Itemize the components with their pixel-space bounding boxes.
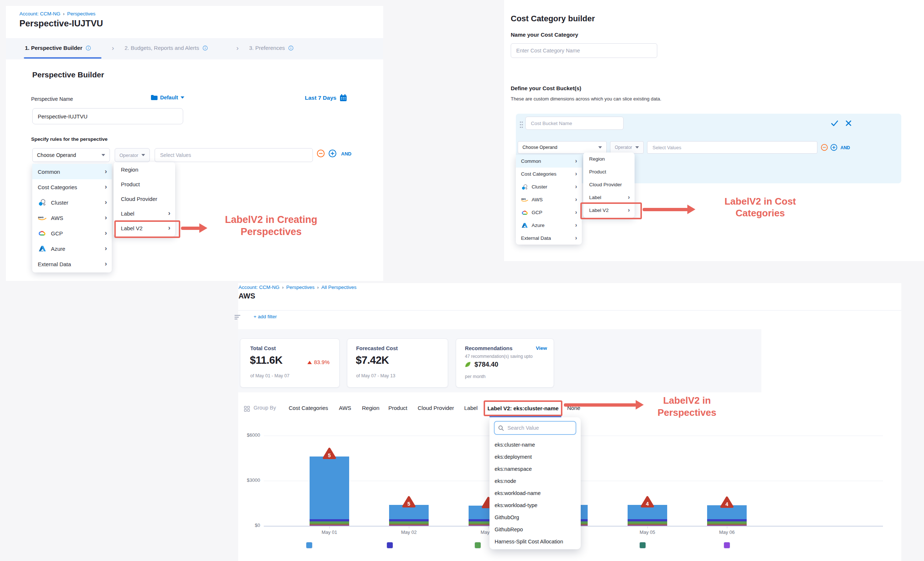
menu-item-cost-categories[interactable]: Cost Categories› [516, 168, 582, 180]
menu-item-gcp[interactable]: GCP› [516, 206, 582, 219]
bar-segment[interactable] [310, 523, 349, 525]
submenu-item-cloud-provider[interactable]: Cloud Provider [114, 191, 175, 206]
bar-segment[interactable] [628, 523, 667, 525]
menu-item-common[interactable]: Common› [516, 155, 582, 168]
x-axis-tick [329, 526, 330, 528]
annotation-text: LabelV2 in Cost Categories [707, 196, 813, 219]
labelv2-highlight-box [114, 220, 180, 238]
annotation-line: Categories [707, 207, 813, 219]
menu-item-label: Azure [51, 246, 65, 252]
chevron-right-icon: › [105, 199, 107, 205]
legend-swatch[interactable] [306, 542, 312, 549]
menu-item-azure[interactable]: Azure› [516, 219, 582, 232]
bar-segment[interactable] [707, 523, 747, 525]
annotation-line: LabelV2 in Creating [205, 214, 337, 226]
bar-segment[interactable] [310, 519, 349, 521]
legend-swatch[interactable] [639, 542, 646, 549]
dropdown-option[interactable]: GithubRepo [489, 523, 581, 535]
menu-item-common[interactable]: Common› [32, 164, 112, 179]
y-axis-tick-label: $6000 [234, 432, 260, 438]
submenu-item-label[interactable]: Label› [114, 206, 175, 221]
bar-segment[interactable] [389, 519, 429, 521]
submenu-item-label[interactable]: Label› [583, 191, 634, 204]
dropdown-option[interactable]: eks:deployment [489, 451, 581, 463]
dropdown-option[interactable]: eks:namespace [489, 463, 581, 475]
submenu-item-region[interactable]: Region [114, 162, 175, 177]
submenu-item-label: Region [121, 167, 138, 173]
cost-bar-chart: $0$3000$60005May 015May 02May 03May 044M… [0, 0, 924, 561]
annotation-arrow-head [687, 205, 695, 214]
menu-item-label: AWS [51, 215, 63, 221]
menu-item-label: Cluster [51, 200, 69, 206]
search-input[interactable] [507, 425, 570, 431]
anomaly-badge[interactable]: 4 [720, 496, 734, 508]
x-axis-tick-label: May 02 [387, 529, 431, 535]
annotation-arrow [181, 227, 200, 230]
annotation-line: Perspectives [205, 226, 337, 238]
submenu-item-label: Label [121, 211, 135, 217]
menu-item-cluster[interactable]: Cluster› [32, 195, 112, 210]
menu-item-label: Common [521, 158, 541, 164]
menu-item-aws[interactable]: aws AWS› [516, 193, 582, 206]
annotation-arrow-head [636, 400, 644, 409]
bar-segment[interactable] [389, 521, 429, 523]
legend-swatch[interactable] [474, 542, 481, 549]
menu-item-gcp[interactable]: GCP› [32, 226, 112, 241]
y-axis-tick-label: $0 [234, 522, 260, 528]
azure-icon [521, 223, 528, 228]
menu-item-label: GCP [532, 210, 542, 215]
svg-text:5: 5 [328, 453, 331, 458]
legend-swatch[interactable] [724, 542, 730, 549]
bar-segment[interactable] [628, 521, 667, 523]
anomaly-badge[interactable]: 5 [402, 496, 416, 508]
dropdown-option[interactable]: GithubOrg [489, 511, 581, 523]
chevron-right-icon: › [105, 260, 107, 267]
submenu-item-cloud-provider[interactable]: Cloud Provider [583, 178, 634, 191]
anomaly-badge[interactable]: 5 [322, 447, 336, 459]
x-axis-tick [647, 526, 648, 528]
bar-segment[interactable] [707, 521, 747, 523]
menu-item-label: Common [38, 168, 60, 175]
menu-item-aws[interactable]: aws AWS› [32, 210, 112, 226]
menu-item-label: Azure [532, 223, 544, 228]
anomaly-badge[interactable]: 4 [640, 496, 654, 508]
bar[interactable] [310, 457, 349, 519]
bar-segment[interactable] [628, 519, 667, 521]
legend-swatch[interactable] [387, 542, 393, 549]
dropdown-option[interactable]: eks:workload-name [489, 487, 581, 499]
menu-item-external-data[interactable]: External Data› [516, 232, 582, 245]
chevron-right-icon: › [628, 194, 630, 200]
submenu-item-label: Region [589, 156, 605, 162]
submenu-item-label: Product [121, 181, 140, 187]
submenu-item-product[interactable]: Product [114, 177, 175, 191]
menu-item-cost-categories[interactable]: Cost Categories› [32, 179, 112, 195]
bar-segment[interactable] [310, 521, 349, 523]
menu-item-label: External Data [38, 261, 71, 267]
gcp-icon [521, 210, 528, 215]
bar-segment[interactable] [707, 519, 747, 521]
submenu-item-label: Cloud Provider [121, 196, 157, 202]
chevron-right-icon: › [105, 214, 107, 221]
group-by-label-v2-active[interactable]: Label V2: eks:cluster-name [484, 400, 562, 416]
svg-text:4: 4 [725, 501, 728, 507]
bar-segment[interactable] [389, 523, 429, 525]
menu-item-azure[interactable]: Azure› [32, 241, 112, 256]
dropdown-option[interactable]: eks:workload-type [489, 499, 581, 511]
dropdown-option[interactable]: eks:node [489, 475, 581, 487]
submenu-item-region[interactable]: Region [583, 152, 634, 165]
svg-text:aws: aws [521, 198, 526, 200]
search-field[interactable] [494, 421, 576, 435]
submenu-item-product[interactable]: Product [583, 165, 634, 178]
x-axis-tick [727, 526, 727, 528]
submenu-item-label: Product [589, 169, 606, 174]
x-axis-tick [488, 526, 489, 528]
dropdown-option[interactable]: Harness-Split Cost Allocation [489, 535, 581, 547]
chevron-right-icon: › [575, 222, 577, 228]
annotation-arrow [643, 208, 688, 211]
menu-item-external-data[interactable]: External Data› [32, 256, 112, 272]
x-axis-tick-label: May 01 [308, 529, 351, 535]
dropdown-option[interactable]: eks:cluster-name [489, 439, 581, 451]
annotation-line: LabelV2 in Cost [707, 196, 813, 207]
svg-text:aws: aws [38, 216, 44, 219]
menu-item-cluster[interactable]: Cluster› [516, 180, 582, 193]
